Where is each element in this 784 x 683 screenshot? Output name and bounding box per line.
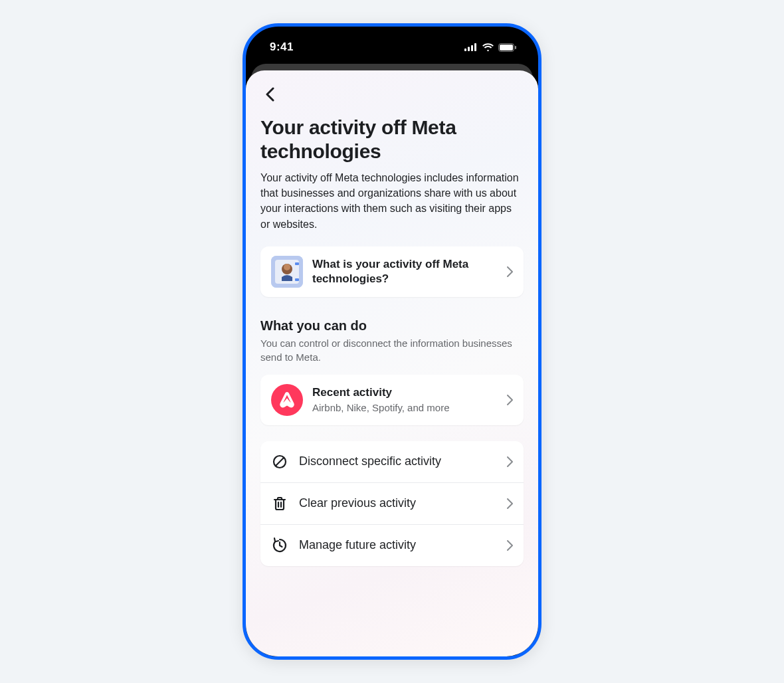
- svg-rect-11: [295, 262, 299, 265]
- chevron-left-icon: [265, 87, 274, 102]
- info-card: What is your activity off Meta technolog…: [260, 246, 524, 297]
- section-title: What you can do: [260, 318, 524, 334]
- info-card-title: What is your activity off Meta technolog…: [312, 257, 498, 286]
- clock-refresh-icon: [271, 537, 288, 554]
- chevron-right-icon: [507, 266, 513, 277]
- info-thumbnail: [271, 256, 303, 288]
- status-bar: 9:41: [246, 27, 538, 64]
- page-title: Your activity off Meta technologies: [260, 116, 524, 163]
- actions-card: Disconnect specific activity Clear previ…: [260, 441, 524, 566]
- svg-rect-2: [471, 45, 473, 51]
- chevron-right-icon: [507, 498, 513, 509]
- phone-frame: 9:41 Your activity off Meta technologies…: [243, 23, 541, 660]
- action-label: Manage future activity: [299, 538, 496, 552]
- trash-icon: [271, 495, 288, 512]
- settings-screen: Your activity off Meta technologies Your…: [246, 70, 538, 656]
- chevron-right-icon: [507, 540, 513, 551]
- status-time: 9:41: [270, 41, 294, 54]
- svg-rect-0: [464, 49, 466, 51]
- wifi-icon: [482, 43, 494, 52]
- section-subtitle: You can control or disconnect the inform…: [260, 336, 524, 364]
- recent-activity-body: Recent activity Airbnb, Nike, Spotify, a…: [312, 385, 498, 415]
- info-card-row[interactable]: What is your activity off Meta technolog…: [260, 246, 524, 297]
- svg-point-10: [284, 264, 290, 270]
- action-label: Clear previous activity: [299, 496, 496, 510]
- svg-rect-1: [468, 47, 470, 52]
- chevron-right-icon: [507, 456, 513, 467]
- page-description: Your activity off Meta technologies incl…: [260, 170, 524, 232]
- svg-rect-5: [500, 45, 513, 50]
- svg-rect-6: [515, 46, 516, 49]
- recent-activity-row[interactable]: Recent activity Airbnb, Nike, Spotify, a…: [260, 375, 524, 425]
- chevron-right-icon: [507, 395, 513, 405]
- action-disconnect[interactable]: Disconnect specific activity: [260, 441, 524, 482]
- airbnb-icon: [271, 384, 303, 416]
- battery-icon: [498, 43, 517, 52]
- back-button[interactable]: [260, 85, 279, 104]
- block-icon: [271, 453, 288, 470]
- svg-rect-12: [295, 278, 299, 281]
- action-manage[interactable]: Manage future activity: [260, 524, 524, 566]
- action-clear[interactable]: Clear previous activity: [260, 482, 524, 524]
- recent-activity-title: Recent activity: [312, 385, 498, 400]
- recent-activity-subtitle: Airbnb, Nike, Spotify, and more: [312, 401, 498, 415]
- recent-activity-card: Recent activity Airbnb, Nike, Spotify, a…: [260, 375, 524, 425]
- cellular-icon: [464, 43, 478, 51]
- svg-rect-3: [474, 43, 476, 51]
- action-label: Disconnect specific activity: [299, 454, 496, 468]
- status-icons: [464, 43, 517, 52]
- svg-line-15: [276, 458, 284, 466]
- info-card-body: What is your activity off Meta technolog…: [312, 257, 498, 286]
